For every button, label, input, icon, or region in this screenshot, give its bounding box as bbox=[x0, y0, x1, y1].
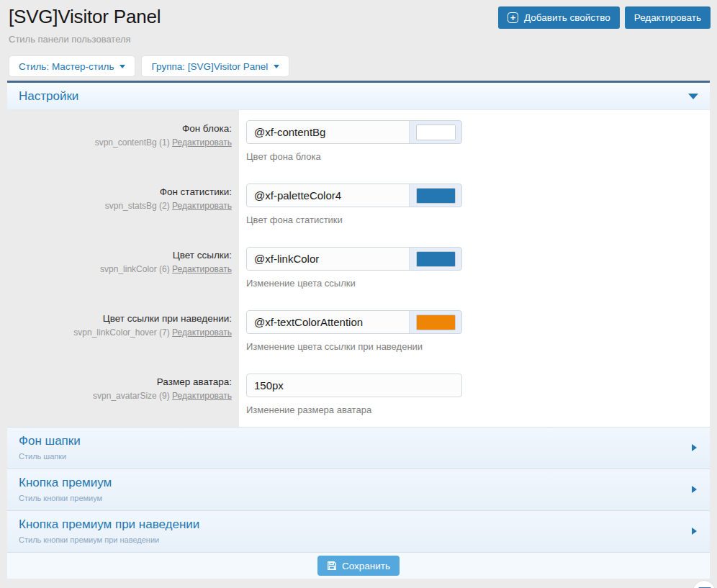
property-meta-name: svpn_contentBg (1) bbox=[95, 137, 170, 148]
save-bar: Сохранить bbox=[7, 552, 710, 579]
property-label: Фон статистики: bbox=[14, 186, 232, 197]
color-input-group bbox=[246, 310, 462, 334]
chevron-right-icon bbox=[692, 528, 697, 535]
property-description: Изменение цвета ссылки bbox=[246, 278, 710, 289]
property-meta-name: svpn_statsBg (2) bbox=[105, 201, 170, 211]
add-property-button[interactable]: + Добавить свойство bbox=[498, 6, 620, 29]
property-meta: svpn_avatarSize (9) Редактировать bbox=[14, 391, 232, 401]
group-dropdown-label: Группа: [SVG]Visitor Panel bbox=[151, 61, 268, 72]
property-value-cell: Изменение цвета ссылки bbox=[239, 237, 710, 300]
property-description: Изменение цвета ссылки при наведении bbox=[246, 341, 710, 352]
section-title: Фон шапки bbox=[19, 434, 681, 448]
color-swatch[interactable] bbox=[416, 315, 456, 330]
filter-bar: Стиль: Мастер-стиль Группа: [SVG]Visitor… bbox=[9, 55, 717, 77]
section-header-premium-button[interactable]: Кнопка премиум Стиль кнопки премиум bbox=[7, 469, 710, 510]
group-dropdown[interactable]: Группа: [SVG]Visitor Panel bbox=[141, 55, 289, 77]
property-row-statsBg: Фон статистики: svpn_statsBg (2) Редакти… bbox=[7, 173, 710, 237]
chevron-right-icon bbox=[692, 444, 697, 451]
color-input-group bbox=[246, 120, 462, 144]
property-meta: svpn_linkColor (6) Редактировать bbox=[14, 264, 232, 274]
property-description: Цвет фона блока bbox=[246, 151, 710, 162]
property-row-linkColor-hover: Цвет ссылки при наведении: svpn_linkColo… bbox=[7, 300, 710, 363]
section-header-cap-bg[interactable]: Фон шапки Стиль шапки bbox=[7, 427, 710, 469]
property-value-cell: Цвет фона блока bbox=[239, 110, 710, 173]
chevron-down-icon bbox=[120, 65, 125, 68]
property-meta-name: svpn_linkColor_hover (7) bbox=[73, 327, 169, 338]
section-subtitle: Стиль кнопки премиум bbox=[19, 494, 681, 502]
property-row-linkColor: Цвет ссылки: svpn_linkColor (6) Редактир… bbox=[7, 237, 710, 300]
property-edit-link[interactable]: Редактировать bbox=[172, 327, 232, 338]
section-header-premium-button-hover[interactable]: Кнопка премиум при наведении Стиль кнопк… bbox=[7, 510, 710, 552]
property-value-cell: Цвет фона статистики bbox=[239, 173, 710, 237]
property-label-cell: Цвет ссылки: svpn_linkColor (6) Редактир… bbox=[7, 237, 239, 300]
color-value-input[interactable] bbox=[247, 121, 410, 143]
style-properties-panel: Настройки Фон блока: svpn_contentBg (1) … bbox=[7, 81, 710, 579]
property-label: Цвет ссылки: bbox=[14, 250, 232, 261]
color-swatch[interactable] bbox=[416, 188, 456, 204]
save-icon bbox=[327, 561, 337, 571]
property-description: Цвет фона статистики bbox=[246, 214, 710, 225]
property-row-avatarSize: Размер аватара: svpn_avatarSize (9) Реда… bbox=[7, 363, 710, 427]
property-value-cell: Изменение размера аватара bbox=[239, 363, 710, 427]
edit-button[interactable]: Редактировать bbox=[625, 6, 711, 29]
property-edit-link[interactable]: Редактировать bbox=[172, 264, 232, 274]
section-title: Кнопка премиум bbox=[19, 476, 681, 490]
plus-icon: + bbox=[508, 12, 518, 23]
style-dropdown-label: Стиль: Мастер-стиль bbox=[19, 61, 114, 72]
swatch-cell bbox=[410, 311, 461, 333]
property-meta: svpn_statsBg (2) Редактировать bbox=[14, 201, 232, 211]
swatch-cell bbox=[410, 248, 461, 270]
swatch-cell bbox=[410, 121, 461, 143]
floating-widget-button[interactable] bbox=[693, 580, 716, 588]
page-subtitle: Стиль панели пользователя bbox=[9, 34, 708, 45]
add-property-label: Добавить свойство bbox=[524, 12, 610, 23]
property-meta: svpn_contentBg (1) Редактировать bbox=[14, 137, 232, 148]
property-label: Цвет ссылки при наведении: bbox=[14, 313, 232, 324]
color-input-group bbox=[246, 184, 462, 207]
property-meta-name: svpn_linkColor (6) bbox=[100, 264, 170, 274]
style-dropdown[interactable]: Стиль: Мастер-стиль bbox=[9, 55, 135, 77]
property-label: Размер аватара: bbox=[14, 376, 232, 387]
property-edit-link[interactable]: Редактировать bbox=[172, 137, 232, 148]
property-label-cell: Фон блока: svpn_contentBg (1) Редактиров… bbox=[7, 110, 239, 173]
property-row-contentBg: Фон блока: svpn_contentBg (1) Редактиров… bbox=[7, 110, 710, 173]
property-label: Фон блока: bbox=[14, 123, 232, 134]
property-label-cell: Размер аватара: svpn_avatarSize (9) Реда… bbox=[7, 363, 239, 427]
property-edit-link[interactable]: Редактировать bbox=[172, 201, 232, 211]
edit-button-label: Редактировать bbox=[634, 12, 701, 23]
chevron-down-icon bbox=[274, 65, 279, 68]
color-value-input[interactable] bbox=[247, 311, 410, 333]
save-button[interactable]: Сохранить bbox=[317, 556, 400, 576]
property-value-cell: Изменение цвета ссылки при наведении bbox=[239, 300, 710, 363]
color-value-input[interactable] bbox=[247, 184, 410, 207]
property-meta-name: svpn_avatarSize (9) bbox=[93, 391, 170, 401]
color-input-group bbox=[246, 247, 462, 271]
swatch-cell bbox=[410, 184, 461, 207]
color-value-input[interactable] bbox=[247, 248, 410, 270]
section-title: Настройки bbox=[19, 89, 78, 104]
header-actions: + Добавить свойство Редактировать bbox=[498, 6, 711, 29]
property-description: Изменение размера аватара bbox=[246, 404, 710, 415]
property-label-cell: Цвет ссылки при наведении: svpn_linkColo… bbox=[7, 300, 239, 363]
property-meta: svpn_linkColor_hover (7) Редактировать bbox=[14, 327, 232, 338]
color-swatch[interactable] bbox=[416, 251, 456, 267]
section-subtitle: Стиль кнопки премиум при наведении bbox=[19, 535, 681, 544]
chevron-right-icon bbox=[692, 486, 697, 493]
chevron-down-icon bbox=[688, 94, 698, 99]
section-subtitle: Стиль шапки bbox=[19, 452, 681, 461]
text-value-input[interactable] bbox=[246, 374, 462, 397]
section-title: Кнопка премиум при наведении bbox=[19, 517, 681, 532]
save-button-label: Сохранить bbox=[342, 561, 390, 571]
property-label-cell: Фон статистики: svpn_statsBg (2) Редакти… bbox=[7, 173, 239, 237]
property-edit-link[interactable]: Редактировать bbox=[172, 391, 232, 401]
section-header-settings[interactable]: Настройки bbox=[7, 83, 710, 110]
color-swatch[interactable] bbox=[416, 125, 456, 140]
